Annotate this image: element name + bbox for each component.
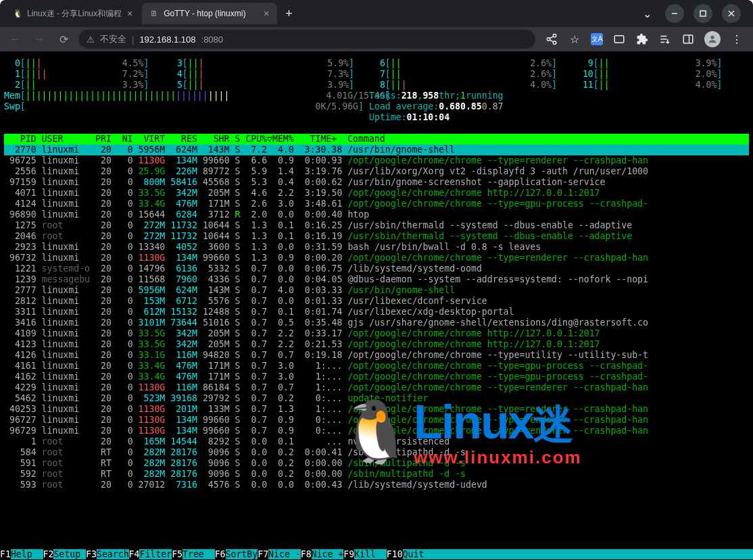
process-row[interactable]: 591 root RT 0 282M 28176 9096 S 0.0 0.2 … <box>4 458 749 469</box>
process-row[interactable]: 96732 linuxmi 20 0 1130G 134M 99660 S 1.… <box>4 253 749 263</box>
process-row[interactable]: 1221 systemd-o 20 0 14796 6136 5332 S 0.… <box>4 263 749 274</box>
fkey-F6[interactable]: F6 <box>215 549 226 559</box>
fkey-F7[interactable]: F7 <box>258 549 268 559</box>
reading-list-icon[interactable] <box>658 32 672 46</box>
menu-icon[interactable]: ⋮ <box>730 32 744 46</box>
share-icon[interactable] <box>545 32 558 46</box>
profile-avatar[interactable] <box>704 31 721 47</box>
process-row[interactable]: 4071 linuxmi 20 0 33.5G 342M 205M S 4.6 … <box>4 188 749 199</box>
star-icon[interactable]: ☆ <box>568 32 581 46</box>
cpu-meter-row: 0[||| 4.5%] 3[||| 5.9%] 6[|| 2.6%] 9[|| … <box>4 58 749 69</box>
warning-icon: ⚠ <box>87 34 95 45</box>
process-row[interactable]: 4109 linuxmi 20 0 33.5G 342M 205M S 0.7 … <box>4 328 749 339</box>
process-row[interactable]: 97159 linuxmi 20 0 800M 58416 45568 S 5.… <box>4 177 749 188</box>
tab-title: Linux迷 - 分享Linux和编程 <box>27 8 122 20</box>
process-row[interactable]: 2812 linuxmi 20 0 153M 6712 5576 S 0.7 0… <box>4 296 749 307</box>
process-row[interactable]: 2046 root 20 0 272M 11732 10644 S 1.3 0.… <box>4 231 749 242</box>
url-input[interactable]: ⚠ 不安全 | 192.168.1.108:8080 <box>78 30 535 49</box>
new-tab-button[interactable]: + <box>278 4 299 24</box>
process-row[interactable]: 4124 linuxmi 20 0 33.4G 476M 171M S 2.6 … <box>4 199 749 209</box>
fkey-F9[interactable]: F9 <box>343 549 354 559</box>
cpu-meter-row: 1[|||| 7.2%] 4[||| 7.3%] 7[|| 2.6%] 10[|… <box>4 69 749 80</box>
maximize-button[interactable] <box>694 4 712 23</box>
back-button[interactable]: ← <box>5 30 24 49</box>
penguin-icon: 🐧 <box>12 8 23 19</box>
process-header[interactable]: PID USER PRI NI VIRT RES SHR S CPU%▽MEM%… <box>4 134 749 145</box>
close-icon[interactable]: × <box>126 8 134 19</box>
cpu-meter-row: 2[|| 3.3%] 5[||| 3.9%] 8[||| 4.0%] 11[||… <box>4 80 749 91</box>
browser-titlebar: 🐧 Linux迷 - 分享Linux和编程 × 🗎 GoTTY - htop (… <box>0 0 753 27</box>
process-row[interactable]: 96890 linuxmi 20 0 15644 6284 3712 R 2.0… <box>4 209 749 220</box>
browser-window: 🐧 Linux迷 - 分享Linux和编程 × 🗎 GoTTY - htop (… <box>0 0 753 560</box>
process-row[interactable]: 1275 root 20 0 272M 11732 10644 S 1.3 0.… <box>4 220 749 231</box>
process-row[interactable]: 5462 linuxmi 20 0 523M 39168 29792 S 0.7… <box>4 393 749 404</box>
process-row[interactable]: 4162 linuxmi 20 0 33.4G 476M 171M S 0.7 … <box>4 372 749 382</box>
process-row[interactable]: 4126 linuxmi 20 0 33.1G 116M 94820 S 0.7… <box>4 350 749 361</box>
swap-meter: Swp[ 0K/5.96G] Load average: 0.68 0.85 0… <box>4 101 749 112</box>
insecure-label: 不安全 <box>100 33 126 45</box>
svg-rect-1 <box>700 11 706 16</box>
process-row-selected[interactable]: 2770 linuxmi 20 0 5956M 624M 143M S 7.2 … <box>4 145 749 155</box>
cast-icon[interactable] <box>612 32 626 46</box>
svg-line-7 <box>550 36 553 39</box>
process-row[interactable]: 96725 linuxmi 20 0 1130G 134M 99660 S 6.… <box>4 155 749 166</box>
chevron-down-icon[interactable]: ⌄ <box>638 5 656 22</box>
svg-rect-13 <box>683 35 693 43</box>
fkey-F1[interactable]: F1 <box>0 549 11 559</box>
fkey-F4[interactable]: F4 <box>129 549 140 559</box>
tab-strip: 🐧 Linux迷 - 分享Linux和编程 × 🗎 GoTTY - htop (… <box>0 3 626 25</box>
process-row[interactable]: 2923 linuxmi 20 0 13340 4052 3600 S 1.3 … <box>4 242 749 253</box>
mem-meter: Mem[||||||||||||||||||||||||||||||||||||… <box>4 91 749 101</box>
tab-gotty[interactable]: 🗎 GoTTY - htop (linuxmi) × <box>142 3 277 24</box>
svg-point-6 <box>553 41 556 45</box>
svg-line-8 <box>550 40 553 42</box>
translate-icon[interactable]: 文A <box>591 33 603 45</box>
fkey-F10[interactable]: F10 <box>387 549 403 559</box>
address-bar: ← → ⟳ ⚠ 不安全 | 192.168.1.108:8080 ☆ 文A ⋮ <box>0 27 753 51</box>
close-icon[interactable]: × <box>262 8 270 19</box>
window-controls: ⌄ <box>626 4 753 23</box>
svg-point-5 <box>547 38 550 41</box>
process-row[interactable]: 4123 linuxmi 20 0 33.5G 342M 205M S 0.7 … <box>4 339 749 350</box>
svg-rect-9 <box>614 36 624 43</box>
process-row[interactable]: 592 root RT 0 282M 28176 9096 S 0.0 0.2 … <box>4 469 749 480</box>
fkey-F2[interactable]: F2 <box>43 549 54 559</box>
close-button[interactable] <box>722 4 741 23</box>
process-row[interactable]: 96727 linuxmi 20 0 1130G 134M 99660 S 0.… <box>4 415 749 426</box>
fkey-F5[interactable]: F5 <box>172 549 183 559</box>
uptime: Uptime: 01:10:04 <box>4 112 749 123</box>
process-row[interactable]: 4161 linuxmi 20 0 33.4G 476M 171M S 0.7 … <box>4 361 749 372</box>
process-row[interactable]: 584 root RT 0 282M 28176 9096 S 0.0 0.2 … <box>4 447 749 458</box>
process-row[interactable]: 40253 linuxmi 20 0 1130G 201M 133M S 0.7… <box>4 404 749 415</box>
process-row[interactable]: 2777 linuxmi 20 0 5956M 624M 143M S 0.7 … <box>4 285 749 296</box>
toolbar-icons: ☆ 文A ⋮ <box>541 31 748 47</box>
url-host: 192.168.1.108 <box>139 34 195 45</box>
url-port: :8080 <box>201 34 224 45</box>
terminal[interactable]: 0[||| 4.5%] 3[||| 5.9%] 6[|| 2.6%] 9[|| … <box>0 51 753 560</box>
fkey-bar: F1Help F2Setup F3SearchF4FilterF5Tree F6… <box>0 549 753 560</box>
process-row[interactable]: 3311 linuxmi 20 0 612M 15132 12488 S 0.7… <box>4 307 749 317</box>
process-row[interactable]: 2556 linuxmi 20 0 25.9G 226M 89772 S 5.9… <box>4 166 749 177</box>
svg-point-15 <box>710 36 714 39</box>
tab-title: GoTTY - htop (linuxmi) <box>164 9 258 18</box>
tab-linuxmi[interactable]: 🐧 Linux迷 - 分享Linux和编程 × <box>5 3 141 25</box>
process-row[interactable]: 4229 linuxmi 20 0 1130G 116M 86184 S 0.7… <box>4 382 749 393</box>
process-row[interactable]: 3416 linuxmi 20 0 3101M 73644 51016 S 0.… <box>4 317 749 328</box>
side-panel-icon[interactable] <box>681 32 695 46</box>
fkey-F3[interactable]: F3 <box>86 549 97 559</box>
file-icon: 🗎 <box>149 8 160 19</box>
extensions-icon[interactable] <box>635 32 649 46</box>
forward-button[interactable]: → <box>30 30 49 49</box>
fkey-F8[interactable]: F8 <box>301 549 312 559</box>
process-row[interactable]: 1239 messagebu 20 0 11568 7960 4336 S 0.… <box>4 274 749 285</box>
process-row[interactable]: 1 root 20 0 165M 14544 8292 S 0.0 0.1 ..… <box>4 436 749 447</box>
reload-button[interactable]: ⟳ <box>54 30 73 49</box>
process-row[interactable]: 96729 linuxmi 20 0 1130G 134M 99660 S 0.… <box>4 426 749 436</box>
process-row[interactable]: 593 root 20 0 27012 7316 4576 S 0.0 0.0 … <box>4 480 749 490</box>
svg-point-4 <box>553 34 556 38</box>
minimize-button[interactable] <box>665 4 684 23</box>
